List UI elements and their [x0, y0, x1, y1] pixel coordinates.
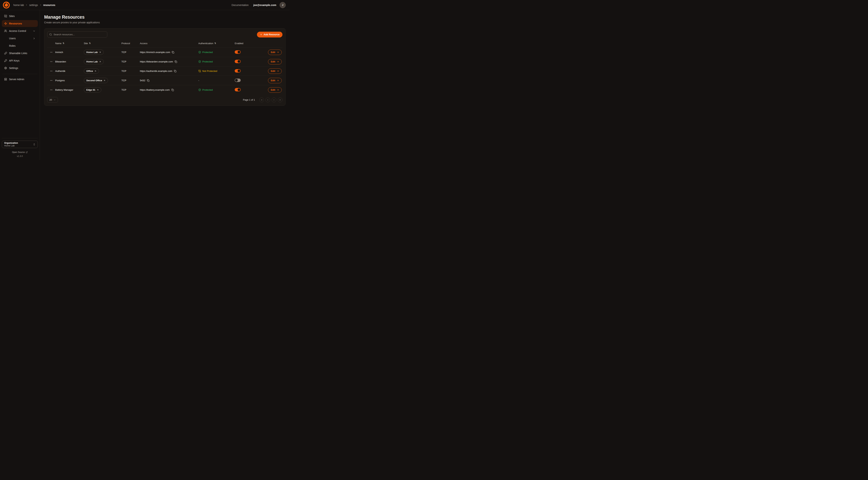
sidebar-item-access-control[interactable]: Access Control — [2, 28, 38, 34]
breadcrumb-settings[interactable]: settings — [29, 4, 38, 6]
site-link[interactable]: Second Office — [84, 78, 108, 83]
auth-status-label: - — [198, 79, 199, 82]
resource-name: Immich — [55, 51, 84, 54]
user-email[interactable]: joe@example.com — [253, 4, 276, 6]
auth-status: Protected — [198, 51, 235, 54]
documentation-link[interactable]: Documentation — [231, 4, 249, 6]
table-row: Immich Home Lab TCP https://immich.examp… — [47, 48, 282, 57]
sidebar-item-sites[interactable]: Sites — [2, 13, 38, 20]
enabled-toggle[interactable] — [235, 69, 241, 72]
sidebar-item-settings[interactable]: Settings — [2, 65, 38, 71]
page-size-value: 20 — [50, 98, 52, 101]
access-control-icon — [4, 30, 7, 32]
row-menu-button[interactable] — [50, 89, 53, 91]
key-icon — [4, 59, 7, 62]
row-menu-button[interactable] — [50, 60, 53, 63]
edit-button[interactable]: Edit — [268, 68, 282, 74]
column-header-authentication[interactable]: Authentication ⇅ — [198, 42, 235, 45]
site-link[interactable]: Edge 01 — [84, 87, 101, 92]
sidebar-item-api-keys[interactable]: API Keys — [2, 57, 38, 64]
next-page-button[interactable] — [272, 97, 276, 102]
row-menu-button[interactable] — [50, 51, 53, 54]
link-icon — [4, 52, 7, 55]
edit-button[interactable]: Edit — [268, 78, 282, 83]
open-source-label: Open Source — [12, 151, 25, 153]
first-page-button[interactable] — [259, 97, 264, 102]
shield-check-icon — [198, 51, 201, 54]
copy-icon[interactable] — [172, 51, 174, 54]
edit-button-label: Edit — [271, 79, 275, 82]
row-menu-button[interactable] — [50, 70, 53, 72]
edit-button[interactable]: Edit — [268, 59, 282, 64]
organization-switcher[interactable]: Organization Home Lab — [2, 141, 38, 148]
sidebar-item-label: Users — [9, 37, 16, 40]
column-header-access: Access — [140, 42, 198, 45]
last-page-button[interactable] — [278, 97, 282, 102]
arrow-up-right-icon — [99, 61, 101, 63]
chevrons-right-icon — [279, 99, 281, 101]
auth-status: Not Protected — [198, 70, 235, 72]
row-menu-button[interactable] — [50, 79, 53, 82]
sidebar-item-label: Roles — [9, 44, 16, 47]
enabled-toggle[interactable] — [235, 50, 241, 54]
plus-icon — [260, 33, 262, 36]
edit-button-label: Edit — [271, 51, 275, 54]
chevron-down-icon — [33, 30, 35, 32]
auth-status: Protected — [198, 89, 235, 91]
sort-icon[interactable]: ⇅ — [63, 42, 64, 44]
edit-button[interactable]: Edit — [268, 50, 282, 55]
search-input[interactable] — [47, 31, 107, 38]
site-name: Second Office — [86, 79, 102, 82]
site-name: Home Lab — [86, 60, 98, 63]
sidebar-item-label: Sites — [9, 14, 14, 18]
column-header-site[interactable]: Site ⇅ — [84, 42, 121, 45]
page-subtitle: Create secure proxies to your private ap… — [44, 21, 285, 24]
organization-label: Organization — [4, 142, 18, 144]
add-resource-button[interactable]: Add Resource — [257, 32, 282, 37]
copy-icon[interactable] — [172, 89, 174, 91]
table-body: Immich Home Lab TCP https://immich.examp… — [47, 48, 282, 94]
enabled-toggle[interactable] — [235, 60, 241, 63]
sidebar-item-server-admin[interactable]: Server Admin — [2, 76, 38, 83]
sidebar-item-resources[interactable]: Resources — [2, 20, 38, 27]
sidebar-item-roles[interactable]: Roles — [2, 42, 38, 49]
enabled-toggle[interactable] — [235, 88, 241, 91]
resource-name: Battery Manager — [55, 89, 84, 91]
open-source-link[interactable]: Open Source — [2, 151, 38, 153]
copy-icon[interactable] — [147, 79, 150, 82]
resource-access: https://battery.example.com — [140, 89, 170, 91]
column-header-name[interactable]: Name ⇅ — [55, 42, 84, 45]
table-row: Postgres Second Office TCP 5432 - Edit — [47, 76, 282, 85]
resources-card: Add Resource Name ⇅ Site ⇅ Protocol Acce… — [44, 28, 285, 106]
table-row: Battery Manager Edge 01 TCP https://batt… — [47, 85, 282, 94]
resource-protocol: TCP — [121, 51, 140, 54]
enabled-toggle[interactable] — [235, 79, 241, 82]
sidebar-item-shareable-links[interactable]: Shareable Links — [2, 50, 38, 57]
arrow-right-icon — [277, 79, 279, 82]
copy-icon[interactable] — [174, 70, 177, 72]
auth-status-label: Protected — [202, 60, 213, 63]
sidebar-item-label: Access Control — [9, 30, 26, 32]
edit-button[interactable]: Edit — [268, 87, 282, 93]
resource-name: Authentik — [55, 70, 84, 72]
breadcrumb-org[interactable]: home-lab — [13, 4, 24, 6]
shield-off-icon — [198, 70, 201, 72]
site-link[interactable]: Home Lab — [84, 50, 104, 55]
avatar[interactable]: J — [280, 2, 286, 8]
sites-icon — [4, 14, 7, 18]
sort-icon[interactable]: ⇅ — [214, 42, 216, 44]
organization-value: Home Lab — [4, 144, 18, 147]
site-link[interactable]: Home Lab — [84, 59, 104, 64]
arrow-up-right-icon — [97, 89, 99, 91]
site-link[interactable]: Office — [84, 68, 99, 74]
sidebar-item-users[interactable]: Users — [2, 35, 38, 42]
table-header: Name ⇅ Site ⇅ Protocol Access Authentica… — [47, 39, 282, 48]
main-content: Manage Resources Create secure proxies t… — [40, 10, 289, 160]
copy-icon[interactable] — [175, 60, 177, 63]
chevron-down-icon — [54, 99, 56, 101]
previous-page-button[interactable] — [266, 97, 270, 102]
sort-icon[interactable]: ⇅ — [89, 42, 91, 44]
page-size-select[interactable]: 20 — [47, 97, 58, 102]
resource-protocol: TCP — [121, 70, 140, 72]
resource-access: https://authentik.example.com — [140, 70, 172, 72]
